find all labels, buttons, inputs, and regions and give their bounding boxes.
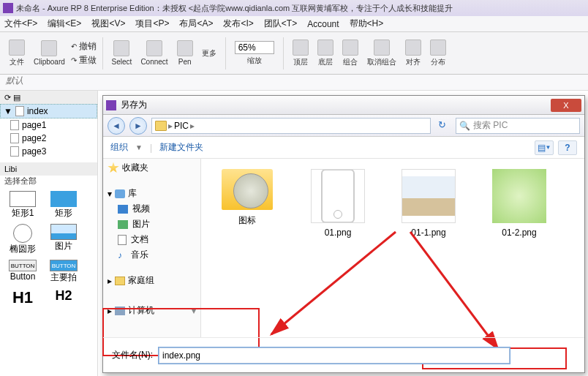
star-icon (108, 162, 119, 174)
sidebar-video[interactable]: 视频 (103, 201, 200, 217)
close-button[interactable]: X (551, 99, 581, 112)
help-button[interactable]: ? (558, 140, 577, 155)
zoom-value: 65% (235, 41, 274, 54)
folder-icon (155, 121, 167, 131)
refresh-icon[interactable]: ↻ (438, 119, 451, 132)
menu-publish[interactable]: 发布<I> (223, 18, 253, 30)
organize-button[interactable]: 组织 (110, 141, 128, 154)
tb-file[interactable]: 文件 (6, 38, 28, 69)
sidebar-pictures[interactable]: 图片 (103, 217, 200, 232)
sidebar-favorites[interactable]: 收藏夹 (103, 160, 200, 176)
dialog-navbar: ◄ ► ▸ PIC ▸ ↻ 🔍 搜索 PIC (103, 115, 584, 137)
select-all[interactable]: 选择全部 (0, 176, 97, 187)
phone-thumb-icon (321, 169, 355, 223)
file-01-1png[interactable]: 01-1.png (396, 169, 461, 238)
app-titlebar: 未命名 - Axure RP 8 Enterprise Edition：未授权 … (0, 0, 588, 16)
tb-pen[interactable]: Pen (174, 39, 196, 67)
landscape-thumb-icon (402, 176, 455, 216)
tb-distribute[interactable]: 分布 (427, 38, 449, 69)
tb-ungroup[interactable]: 取消组合 (364, 38, 399, 69)
view-button[interactable]: ▤▼ (535, 140, 554, 155)
homegroup-icon (115, 277, 125, 285)
redo-button[interactable]: ↷ 重做 (71, 54, 97, 67)
shape-main[interactable]: BUTTON主要拍 (45, 260, 82, 284)
document-icon (118, 235, 127, 245)
computer-icon (115, 307, 125, 315)
menu-view[interactable]: 视图<V> (91, 18, 125, 30)
sidebar-library[interactable]: ▾库 (103, 186, 200, 201)
video-icon (118, 205, 128, 214)
shape-h2[interactable]: H2 (45, 288, 82, 307)
tb-align[interactable]: 对齐 (402, 38, 424, 69)
page-page2[interactable]: page2 (0, 132, 97, 145)
shape-rect1[interactable]: 矩形1 (4, 191, 41, 219)
shape-rect2[interactable]: 矩形 (45, 191, 82, 219)
menu-help[interactable]: 帮助<H> (350, 18, 384, 30)
folder-icon (222, 169, 273, 210)
dialog-toolbar: 组织▼ | 新建文件夹 ▤▼ ? (103, 137, 584, 159)
menu-file[interactable]: 文件<F> (4, 18, 37, 30)
breadcrumb[interactable]: ▸ PIC ▸ (151, 118, 431, 134)
app-logo-icon (3, 3, 13, 13)
menu-edit[interactable]: 编辑<E> (48, 18, 81, 30)
format-bar: 默认 (0, 75, 588, 91)
tb-more[interactable]: 更多 (199, 47, 219, 60)
shape-ellipse[interactable]: 椭圆形 (4, 224, 41, 255)
undo-button[interactable]: ↶ 撤销 (71, 40, 97, 53)
file-folder-icons[interactable]: 图标 (214, 169, 280, 227)
sidebar-music[interactable]: ♪音乐 (103, 247, 200, 263)
file-01png[interactable]: 01.png (305, 169, 371, 238)
tb-zoom[interactable]: 65% 缩放 (232, 40, 277, 67)
dialog-titlebar[interactable]: 另存为 X (103, 96, 584, 115)
filename-input[interactable] (159, 347, 510, 364)
green-thumb-icon (492, 169, 546, 223)
library-icon (115, 189, 125, 198)
search-input[interactable]: 🔍 搜索 PIC (456, 118, 580, 134)
tb-connect[interactable]: Connect (137, 39, 170, 67)
dialog-footer: 文件名(N): (103, 337, 584, 372)
shape-image[interactable]: 图片 (45, 224, 82, 255)
lib-header: Libi (0, 162, 97, 176)
menu-project[interactable]: 项目<P> (135, 18, 169, 30)
nav-forward-button[interactable]: ► (129, 117, 147, 135)
shape-button[interactable]: BUTTONButton (4, 260, 41, 284)
page-page1[interactable]: page1 (0, 119, 97, 132)
pages-header: ⟳ ▤ (0, 91, 97, 104)
save-as-dialog: 另存为 X ◄ ► ▸ PIC ▸ ↻ 🔍 搜索 PIC 组织▼ | 新建文件夹… (102, 95, 585, 373)
tb-select[interactable]: Select (109, 39, 135, 67)
tb-bottom[interactable]: 底层 (314, 38, 336, 69)
picture-icon (118, 220, 128, 229)
crumb-folder: PIC (174, 121, 189, 131)
dialog-sidebar: 收藏夹 ▾库 视频 图片 文档 ♪音乐 ▸家庭组 ▸计算机▾ (103, 159, 201, 337)
app-title: 未命名 - Axure RP 8 Enterprise Edition：未授权 … (16, 3, 453, 14)
file-list[interactable]: 图标 01.png 01-1.png 01-2.png (201, 159, 584, 337)
sidebar-homegroup[interactable]: ▸家庭组 (103, 273, 200, 288)
menu-team[interactable]: 团队<T> (264, 18, 297, 30)
page-page3[interactable]: page3 (0, 145, 97, 158)
music-icon: ♪ (118, 250, 127, 260)
new-folder-button[interactable]: 新建文件夹 (159, 141, 203, 154)
style-default[interactable]: 默认 (0, 75, 23, 86)
tb-clipboard[interactable]: Clipboard (31, 39, 68, 67)
nav-back-button[interactable]: ◄ (108, 117, 125, 135)
menubar: 文件<F> 编辑<E> 视图<V> 项目<P> 布局<A> 发布<I> 团队<T… (0, 16, 588, 32)
sidebar-documents[interactable]: 文档 (103, 232, 200, 247)
tb-group[interactable]: 组合 (339, 38, 361, 69)
menu-layout[interactable]: 布局<A> (179, 18, 213, 30)
file-01-2png[interactable]: 01-2.png (486, 169, 552, 238)
filename-label: 文件名(N): (112, 349, 153, 361)
sidebar-computer[interactable]: ▸计算机▾ (103, 303, 200, 318)
dialog-title: 另存为 (121, 99, 551, 111)
toolbar: 文件 Clipboard ↶ 撤销 ↷ 重做 Select Connect Pe… (0, 32, 588, 75)
shape-h1[interactable]: H1 (4, 288, 41, 307)
page-index[interactable]: ▼index (0, 104, 97, 119)
dialog-logo-icon (106, 100, 116, 110)
tb-top[interactable]: 顶层 (290, 38, 312, 69)
left-pane: ⟳ ▤ ▼index page1 page2 page3 Libi 选择全部 矩… (0, 91, 98, 376)
menu-account[interactable]: Account (307, 19, 339, 29)
